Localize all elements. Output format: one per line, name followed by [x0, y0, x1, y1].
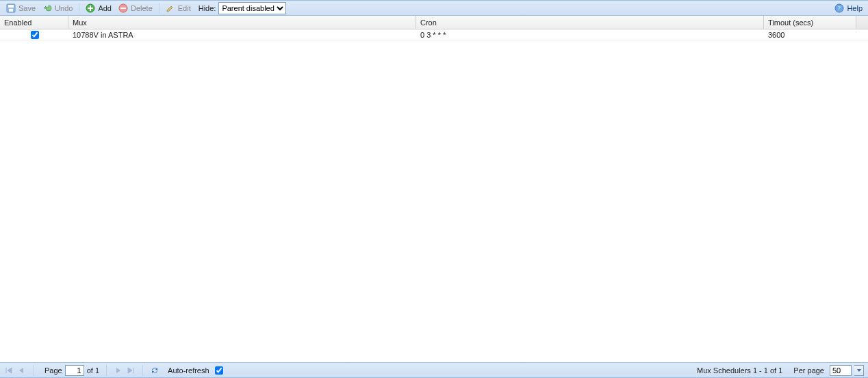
undo-button[interactable]: Undo [39, 2, 76, 14]
edit-icon [166, 3, 175, 13]
auto-refresh-checkbox[interactable] [215, 366, 223, 375]
grid-header: Enabled Mux Cron Timout (secs) [0, 16, 868, 29]
top-toolbar: Save Undo Add Delete Edit [0, 1, 868, 16]
cell-enabled [0, 29, 68, 40]
prev-page-button[interactable] [16, 366, 26, 375]
edit-button[interactable]: Edit [162, 2, 194, 14]
per-page-dropdown-button[interactable] [854, 365, 864, 376]
cell-mux: 10788V in ASTRA [68, 29, 416, 40]
column-header-cron[interactable]: Cron [416, 16, 764, 29]
column-header-mux[interactable]: Mux [68, 16, 416, 29]
delete-button[interactable]: Delete [115, 2, 156, 14]
delete-label: Delete [131, 4, 153, 12]
last-page-button[interactable] [126, 366, 136, 375]
app-window: Save Undo Add Delete Edit [0, 0, 868, 378]
svg-rect-5 [88, 8, 93, 9]
column-header-timeout[interactable]: Timout (secs) [764, 16, 856, 29]
add-label: Add [98, 4, 112, 12]
pager-separator [142, 365, 143, 376]
help-label: Help [847, 4, 863, 12]
svg-text:?: ? [838, 5, 841, 12]
undo-label: Undo [55, 4, 73, 12]
next-page-button[interactable] [114, 366, 123, 375]
first-page-button[interactable] [4, 366, 14, 375]
page-of-label: of 1 [87, 366, 99, 375]
svg-rect-2 [9, 9, 13, 12]
per-page-input[interactable] [830, 365, 852, 376]
add-icon [86, 3, 95, 13]
save-button[interactable]: Save [3, 2, 39, 14]
delete-icon [118, 3, 128, 13]
auto-refresh-label: Auto-refresh [168, 366, 209, 375]
grid-body: 10788V in ASTRA 0 3 * * * 3600 [0, 29, 868, 362]
refresh-button[interactable] [150, 366, 159, 375]
page-input[interactable] [65, 365, 84, 376]
toolbar-separator [159, 3, 159, 14]
svg-rect-1 [8, 5, 14, 8]
page-label: Page [44, 366, 62, 375]
bottom-pager: Page of 1 Auto-refresh Mux Schedulers 1 … [0, 362, 868, 377]
column-header-enabled[interactable]: Enabled [0, 16, 68, 29]
per-page-label: Per page [793, 366, 824, 375]
pager-separator [33, 365, 34, 376]
add-button[interactable]: Add [82, 2, 115, 14]
help-button[interactable]: ? Help [832, 2, 865, 14]
save-icon [6, 3, 16, 13]
hide-label: Hide: [199, 4, 216, 12]
pager-separator [106, 365, 107, 376]
pager-status: Mux Schedulers 1 - 1 of 1 [697, 366, 782, 375]
enabled-checkbox[interactable] [31, 31, 39, 39]
help-icon: ? [834, 3, 844, 13]
toolbar-separator [79, 3, 79, 14]
svg-rect-7 [120, 8, 126, 9]
save-label: Save [18, 4, 36, 12]
cell-timeout: 3600 [764, 29, 856, 40]
edit-label: Edit [178, 4, 191, 12]
hide-select[interactable]: Parent disabled [218, 2, 286, 14]
column-header-scroll-spacer [856, 16, 868, 29]
table-row[interactable]: 10788V in ASTRA 0 3 * * * 3600 [0, 29, 868, 40]
cell-cron: 0 3 * * * [416, 29, 764, 40]
undo-icon [42, 3, 52, 13]
